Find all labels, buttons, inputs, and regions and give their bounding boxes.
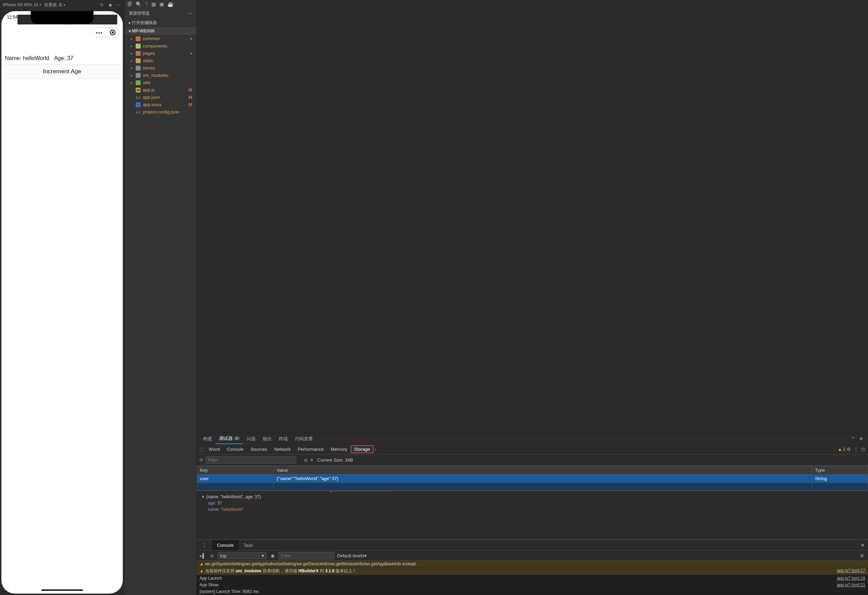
dock-icon[interactable]: ◫ — [860, 447, 867, 452]
console-tab-console[interactable]: Console — [212, 540, 239, 550]
file-tree: ▸common●▸components▸pages●▸static▸stores… — [124, 35, 196, 595]
tab-build[interactable]: 构建 — [199, 433, 216, 444]
simulator-panel: iPhone XR 85% 16▼ 热重载 关▼ ↻ ◉ ⋯ 12:54 69%… — [0, 0, 124, 595]
storage-row[interactable]: user{"name":"helloWorld","age":37}String — [197, 475, 868, 483]
folder-pages[interactable]: ▸pages● — [124, 50, 196, 57]
folder-icon — [136, 73, 140, 78]
storage-header-type[interactable]: Type — [812, 466, 868, 475]
record-icon[interactable]: ◉ — [108, 3, 113, 7]
file-app.json[interactable]: {..}app.jsonM — [124, 93, 196, 101]
tab-performance[interactable]: Performance — [294, 447, 327, 452]
console-close-icon[interactable]: ✕ — [857, 543, 868, 548]
more-icon[interactable]: ⋯ — [116, 3, 121, 7]
tabs-overflow-icon[interactable]: › — [373, 447, 378, 452]
console-filter-input[interactable] — [278, 552, 334, 559]
console-log-row[interactable]: App Showapp.js? [sm]:21 — [197, 582, 868, 588]
tab-storage[interactable]: Storage — [351, 445, 373, 453]
branch-icon[interactable]: ᛉ — [145, 1, 148, 7]
hotreload-toggle[interactable]: 热重载 关▼ — [44, 2, 66, 8]
log-source-link[interactable]: app.js? [sm]:21 — [837, 582, 865, 587]
capsule-close-icon[interactable] — [110, 30, 115, 35]
capsule-menu-icon[interactable]: ••• — [96, 30, 103, 35]
refresh-icon[interactable]: ↻ — [99, 3, 105, 7]
console-toolbar: ▸▌ ⊘ top▾ ◉ Default levels ▾ ⚙ — [197, 550, 868, 561]
editor-devtools-panel: 构建 调试器2 问题 输出 终端 代码质量 ⌃ ✕ ⬚ Wxml Console… — [197, 0, 868, 595]
cloud-icon[interactable]: ☕ — [167, 1, 173, 7]
storage-header-key[interactable]: Key — [197, 466, 274, 475]
console-panel: ⋮ Console Task ✕ ▸▌ ⊘ top▾ ◉ Default lev… — [197, 539, 868, 595]
console-kebab-icon[interactable]: ⋮ — [197, 540, 212, 550]
storage-delete-icon[interactable]: ✕ — [310, 457, 314, 463]
warning-icon: ▲ — [199, 561, 204, 566]
chevron-right-icon: ▸ — [131, 52, 134, 55]
miniapp-capsule[interactable]: ••• — [92, 27, 119, 38]
file-label: app.json — [143, 95, 160, 100]
preview-icon[interactable]: ▣ — [159, 1, 164, 7]
open-editors-section[interactable]: ▸ 打开的编辑器 — [124, 19, 196, 27]
console-log-row[interactable]: [system] Launch Time: 6082 ms — [197, 588, 868, 595]
files-icon[interactable]: 🗐 — [127, 1, 132, 7]
storage-clear-icon[interactable]: ⊘ — [304, 457, 308, 463]
panel-collapse-icon[interactable]: ⌃ — [849, 436, 857, 441]
folder-stores[interactable]: ▸stores — [124, 64, 196, 72]
console-log-row[interactable]: App Launchapp.js? [sm]:18 — [197, 575, 868, 582]
project-root[interactable]: ▾ MP-WEIXIN — [124, 27, 196, 35]
preview-prop: age: 37 — [208, 500, 864, 506]
tab-sources[interactable]: Sources — [247, 447, 271, 452]
console-context-select[interactable]: top▾ — [218, 552, 267, 559]
console-clear-icon[interactable]: ⊘ — [209, 553, 215, 558]
explorer-panel: 🗐 🔍 ᛉ ▦ ▣ ☕ 资源管理器 ⋯ ▸ 打开的编辑器 ▾ MP-WEIXIN… — [124, 0, 197, 595]
inspect-icon[interactable]: ⬚ — [198, 447, 205, 452]
tab-codequality[interactable]: 代码质量 — [291, 433, 316, 444]
tab-network[interactable]: Network — [271, 447, 294, 452]
console-log-row[interactable]: ▲wx.getSystemSetting/wx.getAppAuthorizeS… — [197, 561, 868, 567]
log-source-link[interactable]: app.js? [sm]:18 — [837, 576, 865, 581]
storage-refresh-icon[interactable]: ⟳ — [199, 457, 204, 463]
settings-icon[interactable]: ⚙ — [845, 447, 852, 452]
storage-table: Key Value Type user{"name":"helloWorld",… — [197, 466, 868, 491]
log-source-link[interactable]: app.js? [sm]:17 — [837, 568, 865, 574]
modified-dot: ● — [190, 51, 195, 55]
tab-debugger[interactable]: 调试器2 — [216, 433, 243, 444]
tab-memory[interactable]: Memory — [327, 447, 351, 452]
device-selector[interactable]: iPhone XR 85% 16▼ — [3, 3, 41, 7]
file-icon: {..} — [136, 95, 140, 100]
console-settings-icon[interactable]: ⚙ — [859, 553, 865, 558]
file-app.js[interactable]: JSapp.jsM — [124, 86, 196, 93]
console-eye-icon[interactable]: ◉ — [269, 553, 276, 558]
folder-common[interactable]: ▸common● — [124, 35, 196, 42]
tab-problems[interactable]: 问题 — [243, 433, 259, 444]
storage-row-empty[interactable] — [197, 483, 868, 491]
folder-static[interactable]: ▸static — [124, 57, 196, 64]
storage-filter-input[interactable] — [205, 456, 296, 464]
console-tab-task[interactable]: Task — [239, 540, 258, 550]
storage-header-value[interactable]: Value — [274, 466, 812, 475]
file-project.config.json[interactable]: {..}project.config.json — [124, 108, 196, 115]
age-value: 37 — [67, 55, 73, 61]
tab-terminal[interactable]: 终端 — [275, 433, 291, 444]
preview-summary: {name: "helloWorld", age: 37} — [206, 494, 261, 499]
chevron-right-icon: ▸ — [131, 44, 134, 48]
explorer-more-icon[interactable]: ⋯ — [188, 11, 192, 16]
tab-console[interactable]: Console — [224, 447, 247, 452]
warning-count[interactable]: ▲ 2 — [838, 447, 845, 452]
tab-wxml[interactable]: Wxml — [205, 447, 224, 452]
console-log-row[interactable]: ▲当前组件仅支持 uni_modules 目录结构 ，请升级 HBuilderX… — [197, 567, 868, 575]
console-sidebar-icon[interactable]: ▸▌ — [199, 553, 206, 558]
kebab-icon[interactable]: ⋮ — [852, 447, 860, 452]
increment-age-button[interactable]: Increment Age — [1, 64, 123, 79]
search-icon[interactable]: 🔍 — [136, 1, 142, 7]
folder-label: utils — [143, 80, 151, 85]
chevron-right-icon: ▸ — [131, 67, 134, 70]
folder-utils[interactable]: ▸utils — [124, 79, 196, 86]
tab-output[interactable]: 输出 — [259, 433, 275, 444]
console-levels-select[interactable]: Default levels ▾ — [337, 553, 367, 558]
folder-uni_modules[interactable]: ▸uni_modules — [124, 72, 196, 79]
chevron-right-icon: ▸ — [131, 74, 134, 77]
folder-components[interactable]: ▸components — [124, 42, 196, 50]
panel-close-icon[interactable]: ✕ — [857, 436, 865, 441]
file-app.wxss[interactable]: ≡app.wxssM — [124, 101, 196, 108]
folder-label: components — [143, 43, 167, 49]
folder-label: pages — [143, 50, 155, 56]
extensions-icon[interactable]: ▦ — [151, 1, 156, 7]
